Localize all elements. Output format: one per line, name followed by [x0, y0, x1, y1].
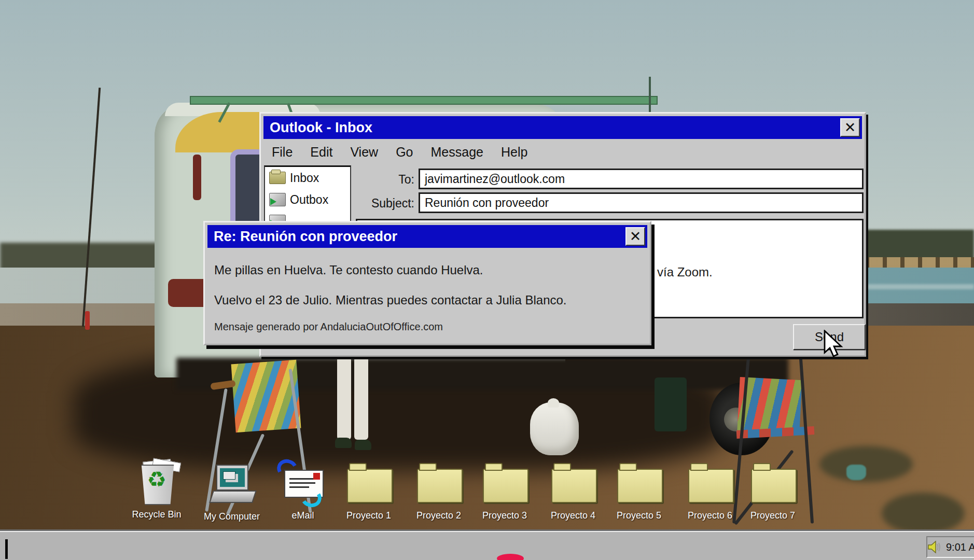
reply-line-1: Me pillas en Huelva. Te contesto cuando …: [214, 263, 483, 277]
desktop-icon-email[interactable]: eMail: [269, 461, 337, 521]
icon-label: eMail: [269, 510, 337, 521]
to-value: javimartinez@outlook.com: [425, 172, 565, 186]
desktop-icon-recycle-bin[interactable]: ♻ Recycle Bin: [122, 460, 191, 520]
person-legs: [337, 357, 370, 455]
folder-icon: [605, 461, 673, 507]
desktop-icon-proyecto-7[interactable]: Proyecto 7: [739, 461, 807, 521]
close-icon[interactable]: ✕: [840, 118, 860, 137]
desktop-icon-proyecto-3[interactable]: Proyecto 3: [470, 461, 539, 521]
desktop-icon-proyecto-4[interactable]: Proyecto 4: [539, 461, 607, 521]
subject-label: Subject:: [339, 197, 414, 211]
email-icon: [269, 461, 337, 507]
menu-go[interactable]: Go: [387, 145, 422, 160]
outlook-menubar: File Edit View Go Message Help: [263, 141, 536, 163]
to-input[interactable]: javimartinez@outlook.com: [419, 169, 864, 189]
icon-label: Proyecto 3: [470, 510, 539, 521]
desktop-icon-proyecto-6[interactable]: Proyecto 6: [676, 461, 744, 521]
dialog-title: Re: Reunión con proveedor: [207, 229, 397, 245]
icon-label: Proyecto 2: [405, 510, 473, 521]
subject-value: Reunión con proveedor: [425, 196, 549, 210]
window-title: Outlook - Inbox: [263, 120, 372, 136]
folder-icon: [739, 461, 807, 507]
inbox-folder-icon: [269, 172, 286, 184]
icon-label: My Computer: [198, 511, 266, 522]
icon-label: Proyecto 5: [605, 510, 673, 521]
icon-label: Proyecto 1: [335, 510, 403, 521]
outbox-icon: [269, 193, 286, 206]
my-computer-icon: [198, 463, 266, 508]
icon-label: Proyecto 7: [739, 510, 807, 521]
folder-icon: [539, 461, 607, 507]
taskbar-caret: [5, 539, 8, 559]
taskbar: 9:01 AM: [0, 531, 974, 560]
outlook-titlebar[interactable]: Outlook - Inbox ✕: [263, 116, 862, 139]
desktop-icon-proyecto-1[interactable]: Proyecto 1: [335, 461, 403, 521]
reply-line-2: Vuelvo el 23 de Julio. Mientras puedes c…: [214, 293, 567, 307]
folder-item-outbox[interactable]: Outbox: [265, 189, 350, 211]
icon-label: Proyecto 4: [539, 510, 607, 521]
folder-icon: [335, 461, 403, 507]
desktop: ♻ Recycle Bin My Computer eMail Proyecto…: [0, 0, 974, 560]
system-tray[interactable]: 9:01 AM: [926, 536, 974, 558]
mouse-cursor-icon: [824, 330, 847, 359]
menu-help[interactable]: Help: [492, 145, 536, 160]
subject-input[interactable]: Reunión con proveedor: [419, 192, 864, 213]
folder-label: Inbox: [290, 171, 319, 185]
camping-table: [655, 377, 687, 431]
desktop-icon-proyecto-2[interactable]: Proyecto 2: [405, 461, 473, 521]
close-icon[interactable]: ✕: [625, 227, 645, 246]
red-dot: [497, 554, 524, 560]
folder-icon: [470, 461, 539, 507]
reply-dialog: Re: Reunión con proveedor ✕ Me pillas en…: [203, 221, 651, 345]
icon-label: Proyecto 6: [676, 510, 744, 521]
menu-message[interactable]: Message: [422, 145, 492, 160]
reply-dialog-titlebar[interactable]: Re: Reunión con proveedor ✕: [207, 225, 647, 248]
recycle-bin-icon: ♻: [122, 460, 191, 506]
folder-label: Outbox: [290, 193, 328, 207]
to-label: To:: [339, 173, 414, 187]
menu-file[interactable]: File: [263, 145, 301, 160]
menu-view[interactable]: View: [341, 145, 387, 160]
icon-label: Recycle Bin: [122, 509, 191, 520]
desktop-icon-proyecto-5[interactable]: Proyecto 5: [605, 461, 673, 521]
message-body-text: vía Zoom.: [657, 265, 713, 279]
speaker-icon[interactable]: [927, 540, 943, 554]
folder-icon: [405, 461, 473, 507]
reply-footer: Mensaje generado por AndaluciaOutOfOffic…: [214, 321, 443, 333]
folder-icon: [676, 461, 744, 507]
menu-edit[interactable]: Edit: [301, 145, 341, 160]
folder-item-inbox[interactable]: Inbox: [265, 167, 350, 189]
desktop-icon-my-computer[interactable]: My Computer: [198, 463, 266, 522]
taskbar-clock: 9:01 AM: [946, 541, 974, 553]
